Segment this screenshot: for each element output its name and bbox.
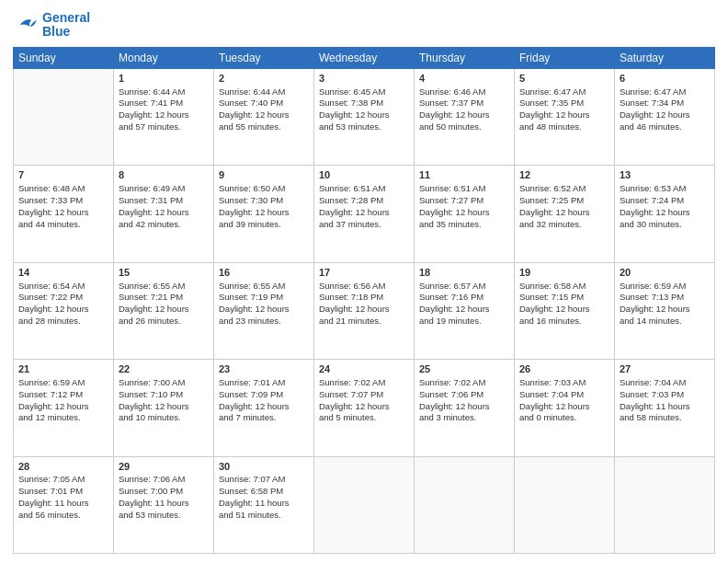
day-info-line: Daylight: 12 hours xyxy=(219,304,309,316)
day-info-line: Sunset: 7:41 PM xyxy=(119,98,209,109)
calendar-cell: 25Sunrise: 7:02 AMSunset: 7:06 PMDayligh… xyxy=(415,360,515,456)
day-info-line: Daylight: 12 hours xyxy=(119,207,209,219)
day-info-line: Sunset: 7:33 PM xyxy=(18,195,108,207)
day-info-line: Sunset: 7:06 PM xyxy=(419,389,509,401)
calendar-table: SundayMondayTuesdayWednesdayThursdayFrid… xyxy=(13,47,715,554)
day-info-line: Daylight: 12 hours xyxy=(419,401,509,413)
day-header-tuesday: Tuesday xyxy=(214,47,314,68)
day-info-line: Sunrise: 6:49 AM xyxy=(119,183,209,195)
day-info-line: and 50 minutes. xyxy=(419,121,509,133)
logo: General Blue xyxy=(13,11,90,40)
day-number: 19 xyxy=(519,266,609,280)
day-info-line: Daylight: 12 hours xyxy=(319,109,409,121)
day-info-line: Sunset: 7:27 PM xyxy=(419,195,509,207)
day-number: 17 xyxy=(319,266,409,280)
day-number: 18 xyxy=(419,266,509,280)
calendar-week-row: 28Sunrise: 7:05 AMSunset: 7:01 PMDayligh… xyxy=(14,456,715,553)
day-info-line: Sunset: 7:19 PM xyxy=(219,292,309,304)
day-info-line: and 0 minutes. xyxy=(519,412,609,424)
day-info-line: and 39 minutes. xyxy=(219,219,309,231)
day-header-thursday: Thursday xyxy=(415,47,515,68)
day-info-line: Sunrise: 6:55 AM xyxy=(219,281,309,293)
day-number: 22 xyxy=(119,362,209,376)
day-info-line: Daylight: 12 hours xyxy=(18,401,108,413)
day-info-line: Sunrise: 6:44 AM xyxy=(219,86,309,98)
day-info-line: Daylight: 12 hours xyxy=(119,401,209,413)
day-info-line: Daylight: 12 hours xyxy=(18,207,108,219)
day-info-line: Sunset: 7:21 PM xyxy=(119,292,209,304)
day-info-line: Sunset: 6:58 PM xyxy=(219,486,309,498)
calendar-cell: 1Sunrise: 6:44 AMSunset: 7:41 PMDaylight… xyxy=(114,68,214,165)
calendar-cell: 29Sunrise: 7:06 AMSunset: 7:00 PMDayligh… xyxy=(114,456,214,553)
calendar-cell xyxy=(615,456,715,553)
day-number: 6 xyxy=(620,72,710,86)
day-info-line: Sunset: 7:35 PM xyxy=(519,98,609,109)
day-info-line: and 35 minutes. xyxy=(419,219,509,231)
calendar-cell: 24Sunrise: 7:02 AMSunset: 7:07 PMDayligh… xyxy=(314,360,415,456)
calendar-week-row: 21Sunrise: 6:59 AMSunset: 7:12 PMDayligh… xyxy=(14,360,715,456)
day-info-line: Daylight: 12 hours xyxy=(219,207,309,219)
page: General Blue SundayMondayTuesdayWednesda… xyxy=(0,0,728,563)
calendar-cell: 28Sunrise: 7:05 AMSunset: 7:01 PMDayligh… xyxy=(14,456,114,553)
day-info-line: Daylight: 12 hours xyxy=(419,109,509,121)
day-info-line: Sunrise: 6:45 AM xyxy=(319,86,409,98)
day-info-line: and 44 minutes. xyxy=(18,219,108,231)
day-info-line: and 3 minutes. xyxy=(419,412,509,424)
day-info-line: and 53 minutes. xyxy=(319,121,409,133)
day-info-line: Sunrise: 7:06 AM xyxy=(119,474,209,486)
day-info-line: Sunset: 7:37 PM xyxy=(419,98,509,109)
day-info-line: Sunrise: 6:48 AM xyxy=(18,183,108,195)
day-info-line: Sunset: 7:18 PM xyxy=(319,292,409,304)
day-info-line: Sunrise: 7:05 AM xyxy=(18,474,108,486)
day-info-line: Daylight: 12 hours xyxy=(119,109,209,121)
day-info-line: Sunrise: 6:47 AM xyxy=(519,86,609,98)
day-info-line: Daylight: 12 hours xyxy=(319,304,409,316)
calendar-cell: 13Sunrise: 6:53 AMSunset: 7:24 PMDayligh… xyxy=(615,166,715,262)
calendar-cell: 15Sunrise: 6:55 AMSunset: 7:21 PMDayligh… xyxy=(114,262,214,359)
day-number: 25 xyxy=(419,362,509,376)
day-info-line: and 37 minutes. xyxy=(319,219,409,231)
day-info-line: and 7 minutes. xyxy=(219,412,309,424)
calendar-cell: 4Sunrise: 6:46 AMSunset: 7:37 PMDaylight… xyxy=(415,68,515,165)
day-info-line: Sunrise: 6:51 AM xyxy=(319,183,409,195)
day-info-line: Sunrise: 6:47 AM xyxy=(620,86,710,98)
day-info-line: and 56 minutes. xyxy=(18,510,108,522)
calendar-cell: 27Sunrise: 7:04 AMSunset: 7:03 PMDayligh… xyxy=(615,360,715,456)
day-info-line: Daylight: 12 hours xyxy=(219,109,309,121)
day-number: 27 xyxy=(620,362,710,376)
day-info-line: Daylight: 12 hours xyxy=(519,109,609,121)
day-number: 12 xyxy=(519,168,609,182)
calendar-cell: 10Sunrise: 6:51 AMSunset: 7:28 PMDayligh… xyxy=(314,166,415,262)
day-number: 7 xyxy=(18,168,108,182)
calendar-cell: 2Sunrise: 6:44 AMSunset: 7:40 PMDaylight… xyxy=(214,68,314,165)
day-number: 16 xyxy=(219,266,309,280)
day-info-line: and 16 minutes. xyxy=(519,316,609,327)
calendar-week-row: 14Sunrise: 6:54 AMSunset: 7:22 PMDayligh… xyxy=(14,262,715,359)
calendar-cell: 3Sunrise: 6:45 AMSunset: 7:38 PMDaylight… xyxy=(314,68,415,165)
day-header-friday: Friday xyxy=(515,47,615,68)
day-info-line: Sunrise: 7:01 AM xyxy=(219,377,309,389)
day-info-line: Sunrise: 6:46 AM xyxy=(419,86,509,98)
header: General Blue xyxy=(13,11,715,40)
day-info-line: Sunrise: 6:44 AM xyxy=(119,86,209,98)
day-number: 20 xyxy=(620,266,710,280)
calendar-cell: 14Sunrise: 6:54 AMSunset: 7:22 PMDayligh… xyxy=(14,262,114,359)
day-number: 21 xyxy=(18,362,108,376)
day-info-line: Sunrise: 7:00 AM xyxy=(119,377,209,389)
day-info-line: Sunset: 7:04 PM xyxy=(519,389,609,401)
day-info-line: Sunrise: 6:50 AM xyxy=(219,183,309,195)
day-number: 15 xyxy=(119,266,209,280)
day-number: 8 xyxy=(119,168,209,182)
day-info-line: Sunrise: 7:04 AM xyxy=(620,377,710,389)
day-info-line: Sunset: 7:38 PM xyxy=(319,98,409,109)
day-info-line: Daylight: 12 hours xyxy=(620,207,710,219)
day-number: 1 xyxy=(119,72,209,86)
calendar-cell: 17Sunrise: 6:56 AMSunset: 7:18 PMDayligh… xyxy=(314,262,415,359)
calendar-cell: 5Sunrise: 6:47 AMSunset: 7:35 PMDaylight… xyxy=(515,68,615,165)
day-info-line: and 21 minutes. xyxy=(319,316,409,327)
day-header-sunday: Sunday xyxy=(14,47,114,68)
day-info-line: Sunset: 7:30 PM xyxy=(219,195,309,207)
day-number: 13 xyxy=(620,168,710,182)
day-info-line: Daylight: 12 hours xyxy=(419,207,509,219)
day-info-line: and 10 minutes. xyxy=(119,412,209,424)
